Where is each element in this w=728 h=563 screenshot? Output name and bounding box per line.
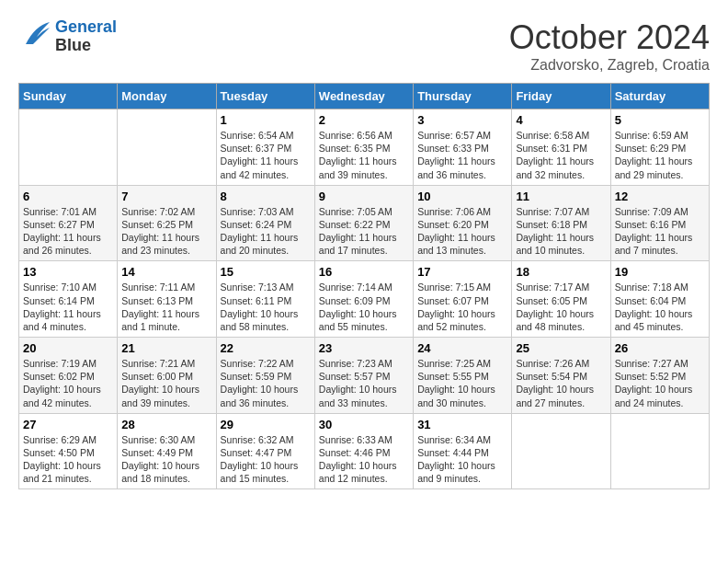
day-number: 7 [121, 190, 211, 203]
weekday-header-wednesday: Wednesday [314, 84, 413, 109]
day-info: Sunrise: 7:06 AMSunset: 6:20 PMDaylight:… [417, 205, 507, 258]
day-cell: 11Sunrise: 7:07 AMSunset: 6:18 PMDayligh… [512, 185, 610, 261]
day-number: 2 [319, 113, 409, 127]
day-cell: 16Sunrise: 7:14 AMSunset: 6:09 PMDayligh… [314, 261, 413, 338]
day-info: Sunrise: 7:23 AMSunset: 5:57 PMDaylight:… [319, 357, 409, 409]
day-number: 25 [516, 341, 606, 355]
day-info: Sunrise: 6:56 AMSunset: 6:35 PMDaylight:… [319, 129, 409, 181]
day-cell: 8Sunrise: 7:03 AMSunset: 6:24 PMDaylight… [216, 185, 314, 261]
day-cell: 6Sunrise: 7:01 AMSunset: 6:27 PMDaylight… [19, 185, 118, 261]
week-row-2: 6Sunrise: 7:01 AMSunset: 6:27 PMDaylight… [19, 185, 710, 261]
day-info: Sunrise: 7:17 AMSunset: 6:05 PMDaylight:… [516, 281, 606, 333]
day-number: 30 [319, 418, 409, 431]
day-number: 20 [23, 341, 113, 355]
day-info: Sunrise: 6:29 AMSunset: 4:50 PMDaylight:… [23, 433, 113, 486]
day-cell: 1Sunrise: 6:54 AMSunset: 6:37 PMDaylight… [216, 109, 314, 186]
day-info: Sunrise: 7:22 AMSunset: 5:59 PMDaylight:… [221, 357, 311, 409]
week-row-3: 13Sunrise: 7:10 AMSunset: 6:14 PMDayligh… [19, 261, 710, 338]
day-cell: 29Sunrise: 6:32 AMSunset: 4:47 PMDayligh… [216, 413, 314, 489]
logo-icon [18, 18, 51, 52]
day-cell: 3Sunrise: 6:57 AMSunset: 6:33 PMDaylight… [414, 109, 512, 186]
day-cell: 14Sunrise: 7:11 AMSunset: 6:13 PMDayligh… [118, 261, 216, 338]
day-cell [512, 413, 610, 489]
logo-line1: General [55, 17, 117, 36]
weekday-header-tuesday: Tuesday [216, 84, 314, 109]
day-number: 29 [221, 418, 311, 431]
day-info: Sunrise: 7:21 AMSunset: 6:00 PMDaylight:… [121, 357, 211, 409]
week-row-4: 20Sunrise: 7:19 AMSunset: 6:02 PMDayligh… [19, 338, 710, 414]
day-number: 6 [23, 190, 113, 203]
day-number: 21 [121, 341, 211, 355]
weekday-header-sunday: Sunday [19, 84, 118, 109]
day-info: Sunrise: 7:15 AMSunset: 6:07 PMDaylight:… [417, 281, 507, 333]
day-number: 26 [615, 341, 705, 355]
day-cell: 18Sunrise: 7:17 AMSunset: 6:05 PMDayligh… [512, 261, 610, 338]
day-info: Sunrise: 6:57 AMSunset: 6:33 PMDaylight:… [417, 129, 507, 181]
day-number: 5 [615, 113, 705, 127]
day-number: 27 [23, 418, 113, 431]
day-number: 12 [615, 190, 705, 203]
day-cell: 31Sunrise: 6:34 AMSunset: 4:44 PMDayligh… [414, 413, 512, 489]
month-title: October 2024 [509, 18, 710, 57]
day-info: Sunrise: 6:32 AMSunset: 4:47 PMDaylight:… [221, 433, 311, 486]
logo: General Blue [18, 18, 117, 55]
day-cell [19, 109, 118, 186]
day-number: 10 [417, 190, 507, 203]
day-number: 14 [121, 265, 211, 279]
day-number: 9 [319, 190, 409, 203]
day-info: Sunrise: 6:34 AMSunset: 4:44 PMDaylight:… [417, 433, 507, 486]
day-cell: 5Sunrise: 6:59 AMSunset: 6:29 PMDaylight… [610, 109, 709, 186]
location-subtitle: Zadvorsko, Zagreb, Croatia [509, 57, 710, 74]
day-cell: 23Sunrise: 7:23 AMSunset: 5:57 PMDayligh… [314, 338, 413, 414]
day-number: 1 [221, 113, 311, 127]
week-row-1: 1Sunrise: 6:54 AMSunset: 6:37 PMDaylight… [19, 109, 710, 186]
day-number: 28 [121, 418, 211, 431]
calendar-header: SundayMondayTuesdayWednesdayThursdayFrid… [19, 84, 710, 109]
day-cell: 24Sunrise: 7:25 AMSunset: 5:55 PMDayligh… [414, 338, 512, 414]
day-info: Sunrise: 7:18 AMSunset: 6:04 PMDaylight:… [615, 281, 705, 333]
day-info: Sunrise: 7:10 AMSunset: 6:14 PMDaylight:… [23, 281, 113, 333]
day-cell [610, 413, 709, 489]
day-info: Sunrise: 7:13 AMSunset: 6:11 PMDaylight:… [221, 281, 311, 333]
day-cell: 2Sunrise: 6:56 AMSunset: 6:35 PMDaylight… [314, 109, 413, 186]
day-number: 22 [221, 341, 311, 355]
day-info: Sunrise: 7:26 AMSunset: 5:54 PMDaylight:… [516, 357, 606, 409]
day-cell: 9Sunrise: 7:05 AMSunset: 6:22 PMDaylight… [314, 185, 413, 261]
day-cell: 25Sunrise: 7:26 AMSunset: 5:54 PMDayligh… [512, 338, 610, 414]
logo-text: General Blue [55, 18, 117, 55]
day-cell: 19Sunrise: 7:18 AMSunset: 6:04 PMDayligh… [610, 261, 709, 338]
day-cell: 13Sunrise: 7:10 AMSunset: 6:14 PMDayligh… [19, 261, 118, 338]
day-cell: 21Sunrise: 7:21 AMSunset: 6:00 PMDayligh… [118, 338, 216, 414]
day-number: 3 [417, 113, 507, 127]
weekday-row: SundayMondayTuesdayWednesdayThursdayFrid… [19, 84, 710, 109]
day-info: Sunrise: 7:19 AMSunset: 6:02 PMDaylight:… [23, 357, 113, 409]
day-number: 4 [516, 113, 606, 127]
day-number: 13 [23, 265, 113, 279]
day-cell: 15Sunrise: 7:13 AMSunset: 6:11 PMDayligh… [216, 261, 314, 338]
day-info: Sunrise: 6:58 AMSunset: 6:31 PMDaylight:… [516, 129, 606, 181]
day-cell: 20Sunrise: 7:19 AMSunset: 6:02 PMDayligh… [19, 338, 118, 414]
day-number: 24 [417, 341, 507, 355]
day-number: 17 [417, 265, 507, 279]
day-cell: 26Sunrise: 7:27 AMSunset: 5:52 PMDayligh… [610, 338, 709, 414]
day-number: 18 [516, 265, 606, 279]
page-header: General Blue October 2024 Zadvorsko, Zag… [18, 18, 710, 74]
day-number: 8 [221, 190, 311, 203]
day-info: Sunrise: 7:07 AMSunset: 6:18 PMDaylight:… [516, 205, 606, 258]
day-number: 15 [221, 265, 311, 279]
day-info: Sunrise: 7:14 AMSunset: 6:09 PMDaylight:… [319, 281, 409, 333]
day-cell: 12Sunrise: 7:09 AMSunset: 6:16 PMDayligh… [610, 185, 709, 261]
day-number: 31 [417, 418, 507, 431]
day-cell: 10Sunrise: 7:06 AMSunset: 6:20 PMDayligh… [414, 185, 512, 261]
day-info: Sunrise: 7:09 AMSunset: 6:16 PMDaylight:… [615, 205, 705, 258]
day-number: 23 [319, 341, 409, 355]
day-info: Sunrise: 7:02 AMSunset: 6:25 PMDaylight:… [121, 205, 211, 258]
day-cell: 30Sunrise: 6:33 AMSunset: 4:46 PMDayligh… [314, 413, 413, 489]
weekday-header-thursday: Thursday [414, 84, 512, 109]
day-cell: 22Sunrise: 7:22 AMSunset: 5:59 PMDayligh… [216, 338, 314, 414]
title-block: October 2024 Zadvorsko, Zagreb, Croatia [509, 18, 710, 74]
day-cell: 7Sunrise: 7:02 AMSunset: 6:25 PMDaylight… [118, 185, 216, 261]
day-info: Sunrise: 6:54 AMSunset: 6:37 PMDaylight:… [221, 129, 311, 181]
weekday-header-saturday: Saturday [610, 84, 709, 109]
day-info: Sunrise: 7:03 AMSunset: 6:24 PMDaylight:… [221, 205, 311, 258]
